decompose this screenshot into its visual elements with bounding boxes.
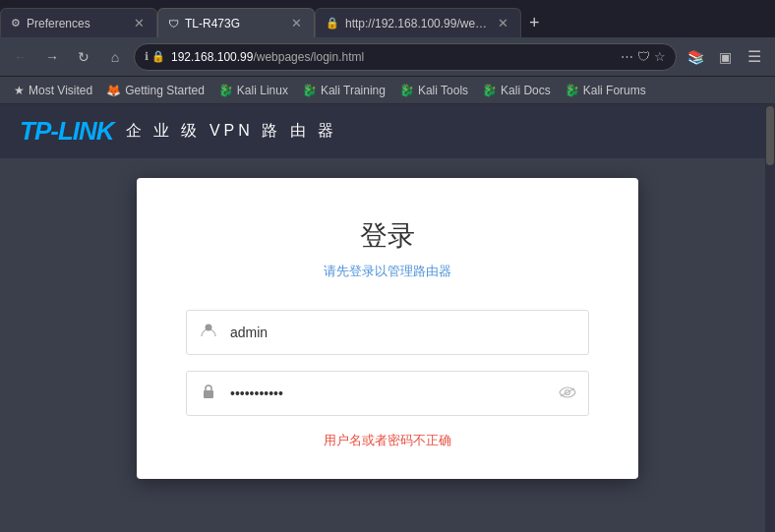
address-bar: ← → ↻ ⌂ ℹ 🔒 192.168.100.99/webpages/logi… [0, 37, 775, 77]
preferences-tab-close[interactable]: ✕ [132, 16, 147, 30]
refresh-button[interactable]: ↻ [71, 44, 96, 70]
more-options-icon[interactable]: ⋯ [621, 49, 633, 64]
kali-tools-label: Kali Tools [418, 84, 468, 97]
tab-webpages[interactable]: 🔒 http://192.168.100.99/webp… ✕ [315, 8, 521, 37]
kali-docs-icon: 🐉 [482, 84, 497, 97]
user-icon [199, 323, 218, 342]
bookmark-most-visited[interactable]: ★ Most Visited [8, 82, 98, 99]
bookmark-getting-started[interactable]: 🦊 Getting Started [100, 82, 210, 99]
forward-button[interactable]: → [39, 44, 65, 70]
kali-forums-label: Kali Forums [583, 84, 646, 97]
error-message: 用户名或者密码不正确 [186, 432, 589, 449]
scrollbar[interactable] [765, 104, 775, 532]
scrollbar-thumb[interactable] [766, 106, 774, 165]
password-input[interactable] [230, 385, 547, 401]
url-display: 192.168.100.99/webpages/login.html [171, 50, 615, 64]
webpages-tab-close[interactable]: ✕ [496, 16, 510, 30]
bookmarks-bar: ★ Most Visited 🦊 Getting Started 🐉 Kali … [0, 77, 775, 104]
login-card: 登录 请先登录以管理路由器 [137, 178, 638, 479]
url-domain: 192.168.100.99 [171, 50, 253, 64]
most-visited-label: Most Visited [29, 84, 92, 97]
url-security-icons: ℹ 🔒 [145, 50, 165, 63]
password-toggle-icon[interactable] [559, 385, 576, 401]
url-path: /webpages/login.html [253, 50, 364, 64]
bookmark-kali-docs[interactable]: 🐉 Kali Docs [476, 82, 557, 99]
tplink-logo: TP-LINK [20, 116, 114, 147]
menu-button[interactable]: ☰ [742, 44, 767, 70]
kali-linux-icon: 🐉 [218, 84, 233, 97]
password-input-group [186, 371, 589, 416]
bookmark-star-icon[interactable]: ☆ [654, 49, 666, 64]
browser-chrome: ⚙ Preferences ✕ 🛡 TL-R473G ✕ 🔒 http://19… [0, 0, 775, 104]
bookmark-kali-training[interactable]: 🐉 Kali Training [296, 82, 391, 99]
toolbar-right: 📚 ▣ ☰ [683, 44, 767, 70]
username-input[interactable] [230, 325, 576, 340]
sidebar-button[interactable]: ▣ [712, 44, 738, 70]
lock-icon: 🔒 [151, 50, 165, 63]
url-bar[interactable]: ℹ 🔒 192.168.100.99/webpages/login.html ⋯… [134, 43, 677, 71]
kali-linux-label: Kali Linux [237, 84, 288, 97]
kali-training-icon: 🐉 [302, 84, 317, 97]
tplink-subtitle: 企 业 级 VPN 路 由 器 [126, 121, 338, 142]
most-visited-icon: ★ [14, 84, 25, 97]
lock-icon [199, 384, 218, 403]
router-tab-icon: 🛡 [168, 18, 179, 30]
tab-router[interactable]: 🛡 TL-R473G ✕ [157, 8, 315, 37]
shield-icon: 🛡 [637, 49, 650, 64]
tplink-header: TP-LINK 企 业 级 VPN 路 由 器 [0, 104, 775, 158]
login-title: 登录 [186, 217, 589, 255]
getting-started-icon: 🦊 [106, 84, 121, 97]
back-button[interactable]: ← [8, 44, 33, 70]
new-tab-button[interactable]: + [521, 8, 548, 37]
preferences-tab-icon: ⚙ [11, 17, 21, 30]
home-button[interactable]: ⌂ [102, 44, 128, 70]
username-input-group [186, 310, 589, 355]
kali-tools-icon: 🐉 [399, 84, 414, 97]
login-subtitle: 请先登录以管理路由器 [186, 263, 589, 280]
info-icon: ℹ [145, 50, 149, 63]
kali-training-label: Kali Training [321, 84, 386, 97]
bookmark-kali-linux[interactable]: 🐉 Kali Linux [212, 82, 294, 99]
router-tab-close[interactable]: ✕ [289, 16, 304, 30]
getting-started-label: Getting Started [125, 84, 205, 97]
shelf-button[interactable]: 📚 [683, 44, 708, 70]
bookmark-kali-forums[interactable]: 🐉 Kali Forums [559, 82, 652, 99]
tab-bar: ⚙ Preferences ✕ 🛡 TL-R473G ✕ 🔒 http://19… [0, 0, 775, 37]
router-tab-label: TL-R473G [185, 17, 283, 30]
kali-docs-label: Kali Docs [501, 84, 551, 97]
url-action-icons: ⋯ 🛡 ☆ [621, 49, 666, 64]
kali-forums-icon: 🐉 [565, 84, 579, 97]
webpages-tab-label: http://192.168.100.99/webp… [345, 17, 490, 30]
tab-preferences[interactable]: ⚙ Preferences ✕ [0, 8, 157, 37]
webpages-tab-icon: 🔒 [326, 17, 339, 30]
preferences-tab-label: Preferences [27, 17, 126, 30]
svg-rect-1 [204, 390, 213, 398]
bookmark-kali-tools[interactable]: 🐉 Kali Tools [393, 82, 474, 99]
page-content: TP-LINK 企 业 级 VPN 路 由 器 登录 请先登录以管理路由器 [0, 104, 775, 532]
